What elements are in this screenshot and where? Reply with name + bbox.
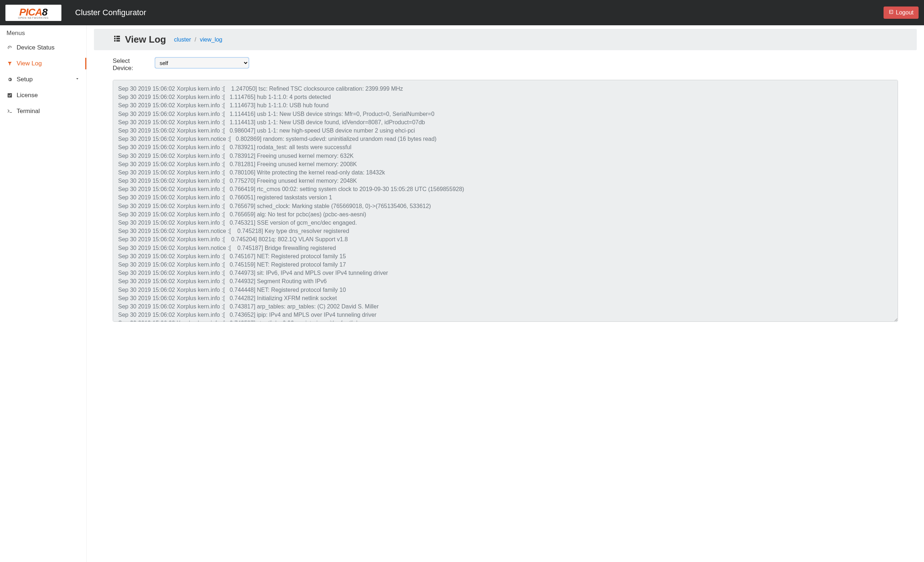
- device-select-label: Select Device:: [113, 57, 136, 72]
- brand-logo[interactable]: PICA8 OPEN NETWORKING: [5, 5, 62, 21]
- log-line: Sep 30 2019 15:06:02 Xorplus kern.info :…: [118, 101, 892, 109]
- list-icon: [113, 34, 122, 45]
- breadcrumb-leaf[interactable]: view_log: [200, 36, 222, 43]
- log-line: Sep 30 2019 15:06:02 Xorplus kern.info :…: [118, 252, 892, 261]
- navbar: PICA8 OPEN NETWORKING Cluster Configurat…: [0, 0, 924, 25]
- log-line: Sep 30 2019 15:06:02 Xorplus kern.info :…: [118, 210, 892, 219]
- sidebar-item-license[interactable]: License: [0, 87, 86, 103]
- breadcrumb-separator: /: [195, 36, 196, 43]
- device-select[interactable]: self: [155, 57, 249, 68]
- log-line: Sep 30 2019 15:06:02 Xorplus kern.info :…: [118, 177, 892, 185]
- logo-8-text: 8: [42, 6, 48, 18]
- page-title: View Log: [113, 34, 166, 45]
- sidebar-item-setup[interactable]: Setup: [0, 72, 86, 87]
- log-line: Sep 30 2019 15:06:02 Xorplus kern.notice…: [118, 227, 892, 235]
- log-line: Sep 30 2019 15:06:02 Xorplus kern.info :…: [118, 286, 892, 294]
- terminal-icon: [6, 108, 13, 114]
- chevron-down-icon: [75, 76, 80, 83]
- log-output[interactable]: Sep 30 2019 15:06:02 Xorplus kern.info :…: [113, 80, 898, 322]
- sidebar-item-label: Device Status: [16, 44, 54, 51]
- page-title-text: View Log: [125, 34, 166, 45]
- log-line: Sep 30 2019 15:06:02 Xorplus kern.info :…: [118, 84, 892, 93]
- main: View Log cluster / view_log Select Devic…: [87, 25, 924, 562]
- log-line: Sep 30 2019 15:06:02 Xorplus kern.info :…: [118, 126, 892, 135]
- log-line: Sep 30 2019 15:06:02 Xorplus kern.info :…: [118, 219, 892, 227]
- log-line: Sep 30 2019 15:06:02 Xorplus kern.info :…: [118, 202, 892, 210]
- content: Select Device: self Sep 30 2019 15:06:02…: [94, 50, 917, 329]
- log-line: Sep 30 2019 15:06:02 Xorplus kern.info :…: [118, 235, 892, 243]
- navbar-left: PICA8 OPEN NETWORKING Cluster Configurat…: [5, 5, 146, 21]
- log-line: Sep 30 2019 15:06:02 Xorplus kern.notice…: [118, 244, 892, 252]
- log-line: Sep 30 2019 15:06:02 Xorplus kern.notice…: [118, 135, 892, 143]
- breadcrumb-root[interactable]: cluster: [174, 36, 191, 43]
- filter-icon: [6, 61, 13, 66]
- logout-icon: [889, 9, 894, 16]
- log-line: Sep 30 2019 15:06:02 Xorplus kern.info :…: [118, 277, 892, 285]
- log-line: Sep 30 2019 15:06:02 Xorplus kern.info :…: [118, 110, 892, 118]
- log-line: Sep 30 2019 15:06:02 Xorplus kern.info :…: [118, 152, 892, 160]
- log-line: Sep 30 2019 15:06:02 Xorplus kern.info :…: [118, 93, 892, 101]
- sidebar-item-view-log[interactable]: View Log: [0, 55, 86, 72]
- log-line: Sep 30 2019 15:06:02 Xorplus kern.info :…: [118, 193, 892, 202]
- log-line: Sep 30 2019 15:06:02 Xorplus kern.info :…: [118, 310, 892, 319]
- dashboard-icon: [6, 45, 13, 51]
- page-header: View Log cluster / view_log: [94, 29, 917, 50]
- logo-subtitle: OPEN NETWORKING: [18, 16, 49, 19]
- logout-button[interactable]: Logout: [884, 6, 919, 19]
- sidebar-item-label: Terminal: [16, 108, 40, 115]
- sidebar-item-label: Setup: [16, 76, 33, 83]
- sidebar: Menus Device Status View Log Setup: [0, 25, 87, 562]
- log-line: Sep 30 2019 15:06:02 Xorplus kern.info :…: [118, 319, 892, 322]
- log-line: Sep 30 2019 15:06:02 Xorplus kern.info :…: [118, 185, 892, 193]
- logo-pica-text: PICA: [19, 6, 42, 18]
- log-line: Sep 30 2019 15:06:02 Xorplus kern.info :…: [118, 302, 892, 310]
- device-select-row: Select Device: self: [113, 57, 898, 72]
- log-line: Sep 30 2019 15:06:02 Xorplus kern.info :…: [118, 261, 892, 269]
- log-line: Sep 30 2019 15:06:02 Xorplus kern.info :…: [118, 294, 892, 302]
- log-line: Sep 30 2019 15:06:02 Xorplus kern.info :…: [118, 269, 892, 277]
- sidebar-item-device-status[interactable]: Device Status: [0, 40, 86, 55]
- log-line: Sep 30 2019 15:06:02 Xorplus kern.info :…: [118, 168, 892, 177]
- sidebar-item-terminal[interactable]: Terminal: [0, 103, 86, 119]
- log-line: Sep 30 2019 15:06:02 Xorplus kern.info :…: [118, 160, 892, 168]
- check-square-icon: [6, 93, 13, 98]
- logout-label: Logout: [896, 9, 914, 16]
- sidebar-item-label: View Log: [16, 60, 42, 67]
- sidebar-header: Menus: [0, 25, 86, 40]
- breadcrumb: cluster / view_log: [174, 36, 222, 43]
- log-line: Sep 30 2019 15:06:02 Xorplus kern.info :…: [118, 118, 892, 126]
- sidebar-item-label: License: [16, 92, 38, 99]
- gear-icon: [6, 76, 13, 82]
- log-line: Sep 30 2019 15:06:02 Xorplus kern.info :…: [118, 143, 892, 151]
- app-title: Cluster Configurator: [75, 8, 146, 17]
